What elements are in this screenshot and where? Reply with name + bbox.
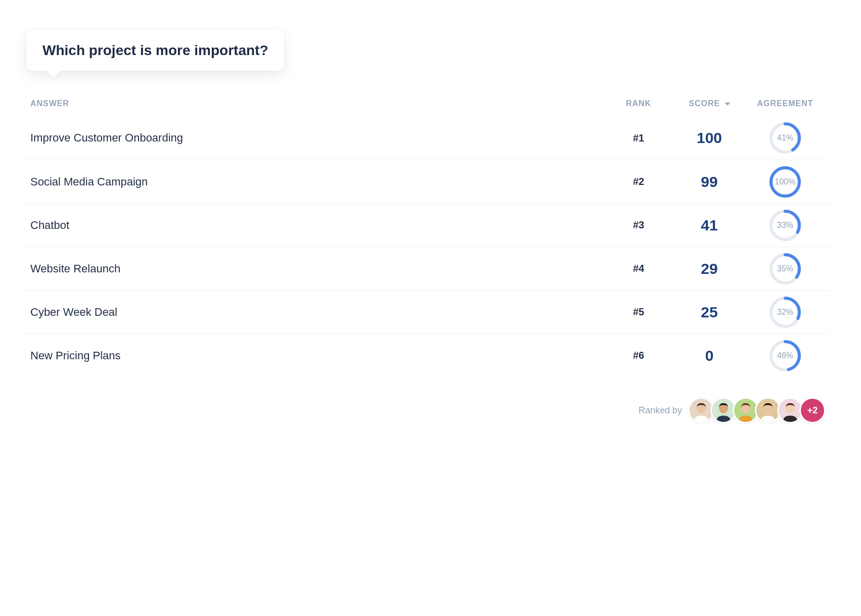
agreement-donut: 41% (769, 122, 801, 154)
agreement-value: 32% (777, 308, 793, 317)
column-header-score[interactable]: SCORE (669, 99, 750, 108)
agreement-value: 100% (775, 177, 796, 186)
agreement-donut: 100% (769, 166, 801, 198)
column-header-rank[interactable]: RANK (608, 99, 669, 108)
table-row[interactable]: Chatbot #3 41 33% (20, 203, 831, 247)
answer-cell: New Pricing Plans (30, 349, 608, 362)
agreement-cell: 100% (750, 166, 821, 198)
table-row[interactable]: Social Media Campaign #2 99 100% (20, 160, 831, 203)
score-cell: 29 (669, 260, 750, 277)
question-bubble: Which project is more important? (26, 30, 284, 71)
agreement-donut: 35% (769, 253, 801, 285)
rank-cell: #4 (608, 263, 669, 274)
answer-cell: Social Media Campaign (30, 175, 608, 188)
agreement-donut: 46% (769, 340, 801, 372)
agreement-value: 41% (777, 133, 793, 143)
avatar-stack: +2 (692, 397, 826, 423)
score-cell: 41 (669, 217, 750, 234)
score-cell: 100 (669, 129, 750, 147)
agreement-cell: 46% (750, 340, 821, 372)
answer-cell: Chatbot (30, 219, 608, 232)
agreement-donut: 33% (769, 209, 801, 242)
table-row[interactable]: Cyber Week Deal #5 25 32% (20, 290, 831, 334)
ranked-by-footer: Ranked by +2 (20, 397, 831, 423)
answer-cell: Website Relaunch (30, 262, 608, 275)
agreement-cell: 41% (750, 122, 821, 154)
score-cell: 25 (669, 304, 750, 321)
agreement-cell: 33% (750, 209, 821, 242)
agreement-value: 33% (777, 221, 793, 230)
results-table: ANSWER RANK SCORE AGREEMENT Improve Cust… (20, 91, 831, 377)
agreement-value: 46% (777, 351, 793, 360)
question-text: Which project is more important? (42, 42, 268, 59)
rank-cell: #6 (608, 350, 669, 361)
rank-cell: #2 (608, 176, 669, 187)
column-header-answer[interactable]: ANSWER (30, 99, 608, 108)
score-cell: 99 (669, 173, 750, 191)
rank-cell: #5 (608, 306, 669, 318)
answer-cell: Cyber Week Deal (30, 306, 608, 319)
column-header-score-label: SCORE (689, 99, 720, 108)
table-body: Improve Customer Onboarding #1 100 41% S… (20, 116, 831, 377)
table-row[interactable]: Website Relaunch #4 29 35% (20, 247, 831, 290)
agreement-value: 35% (777, 264, 793, 273)
results-page: Which project is more important? ANSWER … (0, 0, 861, 454)
agreement-donut: 32% (769, 296, 801, 328)
rank-cell: #3 (608, 219, 669, 231)
table-row[interactable]: New Pricing Plans #6 0 46% (20, 334, 831, 377)
score-cell: 0 (669, 347, 750, 364)
avatar-more-badge[interactable]: +2 (799, 397, 826, 423)
sort-desc-icon (725, 103, 730, 106)
agreement-cell: 32% (750, 296, 821, 328)
agreement-cell: 35% (750, 253, 821, 285)
column-header-agreement[interactable]: AGREEMENT (750, 99, 821, 108)
rank-cell: #1 (608, 132, 669, 144)
ranked-by-label: Ranked by (639, 405, 682, 416)
table-header-row: ANSWER RANK SCORE AGREEMENT (20, 91, 831, 116)
table-row[interactable]: Improve Customer Onboarding #1 100 41% (20, 116, 831, 160)
answer-cell: Improve Customer Onboarding (30, 131, 608, 145)
